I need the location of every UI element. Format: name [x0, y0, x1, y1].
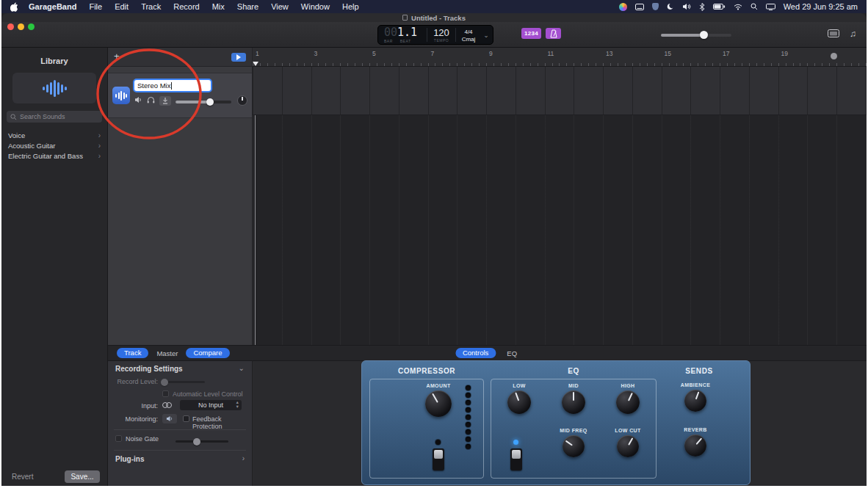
knob-dial[interactable] — [616, 390, 640, 414]
media-browser-icon[interactable]: ♫ — [850, 29, 856, 39]
close-button[interactable] — [7, 23, 14, 30]
menu-item-help[interactable]: Help — [342, 2, 359, 11]
lcd-beat-label: BEAT — [400, 39, 411, 43]
display-icon[interactable] — [828, 29, 839, 38]
knob-amount[interactable]: AMOUNT — [416, 383, 460, 417]
input-format-button[interactable] — [162, 402, 172, 408]
search-icon[interactable] — [751, 3, 758, 10]
count-in-button[interactable]: 1234 — [521, 28, 541, 39]
menubar-clock[interactable]: Wed 29 Jun 9:25 am — [784, 2, 858, 11]
minimize-button[interactable] — [18, 23, 24, 30]
knob-mid[interactable]: MID — [551, 383, 596, 414]
library-item-electric-guitar-and-bass[interactable]: Electric Guitar and Bass› — [1, 150, 107, 161]
timeline-ruler[interactable]: 135791113151719 — [253, 48, 867, 67]
pan-knob[interactable] — [237, 95, 247, 106]
plugins-header[interactable]: Plug-ins — [115, 455, 144, 463]
zoom-button[interactable] — [28, 23, 35, 30]
menu-item-file[interactable]: File — [89, 2, 102, 11]
menu-items: FileEditTrackRecordMixShareViewWindowHel… — [89, 2, 371, 11]
lcd-chevron-icon[interactable]: ⌄ — [481, 26, 491, 44]
menu-item-window[interactable]: Window — [301, 2, 330, 11]
track-lane[interactable] — [253, 67, 867, 115]
apple-menu-icon[interactable] — [10, 2, 18, 12]
solo-button[interactable] — [147, 96, 155, 103]
battery-icon[interactable] — [713, 4, 726, 10]
chevron-right-icon[interactable]: › — [242, 454, 245, 462]
knob-dial[interactable] — [684, 390, 706, 412]
menu-item-record[interactable]: Record — [173, 2, 199, 11]
playhead-marker[interactable] — [253, 62, 258, 66]
noise-gate-slider[interactable] — [176, 440, 228, 443]
auto-level-checkbox[interactable] — [162, 390, 169, 397]
record-level-slider[interactable] — [162, 381, 205, 383]
mute-button[interactable] — [134, 96, 142, 103]
patch-preview-tile[interactable] — [12, 73, 96, 103]
track-name-input[interactable]: Stereo Mix — [134, 80, 211, 91]
knob-mid-freq[interactable]: MID FREQ — [551, 428, 596, 457]
knob-high[interactable]: HIGH — [606, 383, 650, 414]
add-track-button[interactable]: + — [114, 51, 120, 62]
lcd-display[interactable]: 001.1 BARBEAT 120 TEMPO 4/4 Cmaj ⌄ — [377, 25, 493, 45]
menu-app-name[interactable]: GarageBand — [29, 2, 76, 11]
window-titlebar[interactable]: Untitled - Tracks — [1, 13, 867, 22]
moon-icon[interactable] — [667, 3, 674, 10]
input-source-popup[interactable]: No Input ▲▼ — [180, 400, 242, 410]
menu-item-view[interactable]: View — [271, 2, 289, 11]
menu-item-mix[interactable]: Mix — [212, 2, 225, 11]
knob-label: AMBIENCE — [681, 382, 711, 388]
revert-button[interactable]: Revert — [12, 473, 33, 481]
menu-item-share[interactable]: Share — [237, 2, 258, 11]
screen-mirroring-icon[interactable] — [766, 4, 775, 10]
knob-dial[interactable] — [563, 435, 585, 457]
display-panel-icon[interactable] — [635, 4, 644, 10]
eq-power-switch[interactable] — [510, 448, 522, 470]
tab-controls[interactable]: Controls — [455, 348, 496, 358]
volume-knob[interactable] — [700, 31, 708, 39]
wifi-icon[interactable] — [734, 4, 742, 10]
metronome-button[interactable] — [546, 28, 561, 39]
knob-dial[interactable] — [507, 390, 531, 414]
lcd-tempo[interactable]: 120 TEMPO — [427, 26, 455, 44]
save-button[interactable]: Save... — [65, 470, 100, 483]
knob-ambience[interactable]: AMBIENCE — [673, 382, 717, 412]
input-monitoring-button[interactable] — [159, 96, 171, 106]
monitoring-button[interactable] — [162, 414, 177, 423]
compressor-power-switch[interactable] — [433, 448, 444, 470]
tab-eq[interactable]: EQ — [504, 349, 519, 357]
tab-master[interactable]: Master — [154, 349, 180, 357]
knob-dial[interactable] — [684, 434, 706, 457]
timeline-grid[interactable] — [253, 115, 867, 345]
knob-reverb[interactable]: REVERB — [673, 427, 717, 457]
menu-item-edit[interactable]: Edit — [115, 2, 129, 11]
compare-button[interactable]: Compare — [186, 348, 229, 358]
master-volume-slider[interactable] — [661, 32, 731, 38]
track-volume-slider[interactable] — [176, 99, 231, 105]
library-list: Voice›Acoustic Guitar›Electric Guitar an… — [1, 130, 107, 161]
library-item-acoustic-guitar[interactable]: Acoustic Guitar› — [1, 140, 107, 150]
timeline-area[interactable]: 135791113151719 — [253, 48, 867, 345]
bluetooth-icon[interactable] — [699, 3, 705, 11]
volume-knob[interactable] — [206, 98, 214, 106]
slider-knob[interactable] — [161, 379, 168, 386]
knob-dial[interactable] — [617, 435, 639, 457]
knob-dial[interactable] — [425, 390, 452, 417]
feedback-protection-checkbox[interactable] — [183, 415, 189, 422]
shield-icon[interactable] — [652, 3, 659, 10]
catch-playhead-button[interactable] — [231, 53, 246, 62]
app-status-icon[interactable] — [619, 3, 627, 11]
knob-low-cut[interactable]: LOW CUT — [606, 428, 650, 457]
tab-track[interactable]: Track — [117, 348, 148, 358]
slider-knob[interactable] — [193, 438, 200, 445]
noise-gate-checkbox[interactable] — [115, 435, 122, 442]
search-sounds-field[interactable]: Search Sounds — [7, 111, 102, 123]
volume-icon[interactable] — [682, 3, 691, 10]
project-end-marker[interactable] — [831, 53, 837, 59]
knob-dial[interactable] — [562, 390, 585, 414]
library-item-voice[interactable]: Voice› — [1, 130, 107, 140]
chevron-down-icon[interactable]: ⌄ — [239, 364, 245, 372]
knob-low[interactable]: LOW — [497, 383, 541, 414]
lcd-key-signature[interactable]: 4/4 Cmaj — [456, 26, 481, 44]
menu-item-track[interactable]: Track — [141, 2, 161, 11]
recording-settings-header[interactable]: Recording Settings — [115, 365, 183, 373]
track-header[interactable]: Stereo Mix — [108, 73, 252, 118]
